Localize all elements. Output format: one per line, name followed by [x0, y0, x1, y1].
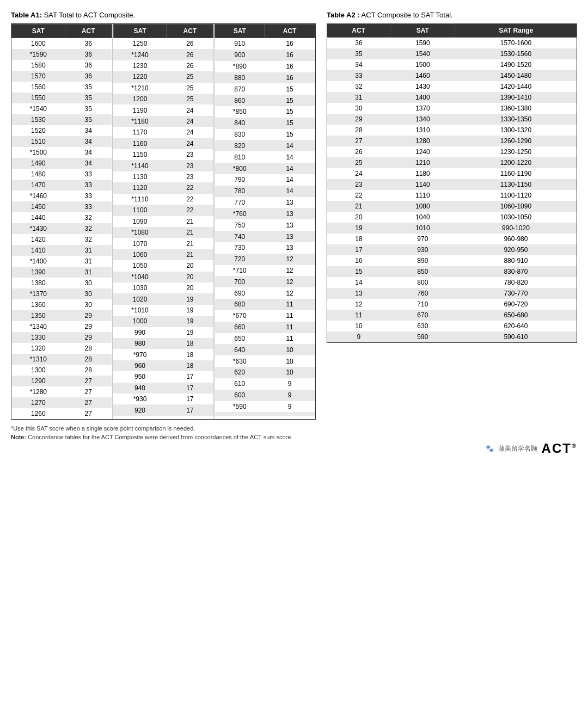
table-row: 126027	[12, 408, 112, 419]
table-row: *108021	[113, 227, 213, 238]
table-row: 142032	[12, 234, 112, 245]
table-row: 160036	[12, 38, 112, 50]
table-row: 147033	[12, 180, 112, 191]
table-row: 152034	[12, 125, 112, 136]
table-row: 77013	[215, 197, 315, 208]
table-row: 153035	[12, 114, 112, 125]
a2-act-header: ACT	[327, 24, 390, 38]
table-row: *104020	[113, 272, 213, 282]
table-row: 116024	[113, 138, 213, 149]
logo-icon: 🐾	[486, 445, 494, 452]
table-row: *85015	[215, 106, 315, 118]
table-row: 75013	[215, 219, 315, 231]
table-row: 130028	[12, 365, 112, 376]
col1-act-header: ACT	[65, 24, 112, 38]
table-row: 73013	[215, 242, 315, 254]
table-row: 92017	[113, 404, 213, 415]
table-row: 113023	[113, 171, 213, 182]
table-row: 65011	[215, 333, 315, 345]
table-row: 99019	[113, 327, 213, 338]
table-row: 102019	[113, 293, 213, 304]
table-row: *5909	[215, 401, 315, 413]
table-row: 129027	[12, 376, 112, 386]
table-row: 117024	[113, 127, 213, 138]
table-row: 10630620-640	[327, 321, 577, 331]
table-row: 3615901570-1600	[327, 38, 577, 49]
table-a2-title: Table A2 : ACT Composite to SAT Total.	[327, 11, 577, 19]
table-row: 70012	[215, 276, 315, 287]
table-row: 2110801060-1090	[327, 201, 577, 212]
a2-range-header: SAT Range	[455, 24, 577, 38]
table-row: 66011	[215, 322, 315, 333]
table-row: *131028	[12, 354, 112, 365]
table-row: 158036	[12, 60, 112, 71]
table-row: 2612401230-1250	[327, 146, 577, 157]
table-a2: ACT SAT SAT Range 3615901570-16003515401…	[327, 23, 577, 343]
table-row: 119024	[113, 105, 213, 115]
table-row: 88016	[215, 72, 315, 84]
table-row: 133029	[12, 332, 112, 343]
table-row: *93017	[113, 394, 213, 404]
table-row: 69012	[215, 287, 315, 299]
table-row: 107021	[113, 238, 213, 249]
table-row: *101019	[113, 305, 213, 316]
table-row: 122025	[113, 71, 213, 82]
table-row: *118024	[113, 116, 213, 127]
table-row: 125026	[113, 38, 213, 50]
table-row	[113, 416, 213, 419]
table-row: 3114001390-1410	[327, 92, 577, 103]
table-row: 96018	[113, 360, 213, 371]
table-a2-section: Table A2 : ACT Composite to SAT Total. A…	[327, 11, 577, 456]
table-a1-section: Table A1: SAT Total to ACT Composite. SA…	[11, 11, 316, 440]
table-row: *76013	[215, 208, 315, 219]
table-row: 2813101300-1320	[327, 125, 577, 136]
footnote-section: *Use this SAT score when a single score …	[11, 425, 316, 440]
table-row: 15850830-870	[327, 266, 577, 277]
table-row: 139031	[12, 267, 112, 278]
table-row	[215, 416, 315, 419]
table-row: *140031	[12, 256, 112, 267]
table-row: 2712801260-1290	[327, 136, 577, 146]
a2-sat-header: SAT	[390, 24, 455, 38]
table-row: 100019	[113, 316, 213, 327]
table-row: 138030	[12, 278, 112, 288]
table-row: 86015	[215, 95, 315, 106]
table-row: 3314601450-1480	[327, 70, 577, 81]
table-row: 191010990-1020	[327, 223, 577, 234]
table-row: 2311401130-1150	[327, 179, 577, 190]
table-row: 82014	[215, 140, 315, 151]
table-row: 98018	[113, 338, 213, 349]
table-row: 13760730-770	[327, 288, 577, 299]
main-content: Table A1: SAT Total to ACT Composite. SA…	[11, 11, 577, 456]
table-row: *146033	[12, 191, 112, 201]
table-row: 123026	[113, 60, 213, 71]
table-row: *150034	[12, 147, 112, 158]
table-a1-col2: SAT ACT 125026*124026123026122025*121025…	[113, 24, 214, 419]
table-row: 148033	[12, 169, 112, 180]
table-row: 132028	[12, 343, 112, 354]
table-row: 14800780-820	[327, 277, 577, 288]
table-row: 157036	[12, 71, 112, 82]
footnote-note: Note: Concordance tables for the ACT Com…	[11, 434, 316, 440]
table-row: *137030	[12, 288, 112, 299]
col2-act-header: ACT	[167, 24, 213, 38]
table-row: 156035	[12, 82, 112, 93]
table-a1-title: Table A1: SAT Total to ACT Composite.	[11, 11, 316, 19]
col3-act-header: ACT	[265, 24, 315, 38]
table-a1-col3: SAT ACT 9101690016*89016880168701586015*…	[215, 24, 315, 419]
table-row: *124026	[113, 49, 213, 60]
table-row: 127027	[12, 397, 112, 408]
table-a1-col1: SAT ACT 160036*1590361580361570361560351…	[11, 24, 112, 419]
table-row: 151034	[12, 136, 112, 147]
table-row: 155035	[12, 93, 112, 103]
table-row: 2010401030-1050	[327, 212, 577, 223]
table-row: 3415001490-1520	[327, 59, 577, 70]
table-row: 62010	[215, 367, 315, 378]
table-row: 141031	[12, 245, 112, 256]
table-row: 112022	[113, 182, 213, 193]
footnote-star: *Use this SAT score when a single score …	[11, 425, 316, 432]
table-row: 95017	[113, 371, 213, 382]
table-row: *80014	[215, 163, 315, 174]
table-row: 6009	[215, 390, 315, 401]
table-row: 144032	[12, 212, 112, 223]
